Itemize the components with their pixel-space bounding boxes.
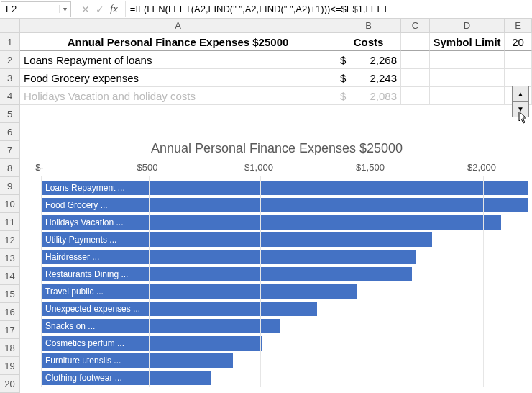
value: 2,268 xyxy=(370,54,397,66)
cell-a4[interactable]: Holidays Vacation and holiday costs xyxy=(20,87,336,105)
row-header[interactable]: 10 xyxy=(0,195,20,213)
col-header-e[interactable]: E xyxy=(505,19,532,32)
chart-bar-row: Food Grocery ... xyxy=(41,196,528,214)
chart-bar[interactable]: Furniture utensils ... xyxy=(41,353,233,368)
cell-d3[interactable] xyxy=(430,69,505,87)
row-header[interactable]: 6 xyxy=(0,123,20,141)
row-header[interactable]: 20 xyxy=(0,375,20,393)
chart-title: Annual Personal Finance Expenses $25000 xyxy=(25,140,528,162)
currency: $ xyxy=(340,90,346,102)
cell-d2[interactable] xyxy=(430,51,505,69)
column-headers: A B C D E xyxy=(0,19,532,33)
cell-b1[interactable]: Costs xyxy=(336,33,401,51)
cell-b2[interactable]: $2,268 xyxy=(336,51,401,69)
chart-bar-row: Travel public ... xyxy=(41,283,528,300)
formula-bar: F2 ▾ ✕ ✓ fx =IF(LEN(LEFT(A2,FIND(" ",A2,… xyxy=(0,0,532,19)
chart-bar[interactable]: Restaurants Dining ... xyxy=(41,267,412,281)
row-2: 2 Loans Repayment of loans $2,268 xyxy=(0,51,532,69)
col-header-c[interactable]: C xyxy=(401,19,430,32)
cell-d4[interactable] xyxy=(430,87,505,105)
chart-bar-row: Loans Repayment ... xyxy=(41,179,528,196)
chart-bar-row: Clothing footwear ... xyxy=(41,369,528,387)
formula-input[interactable]: =IF(LEN(LEFT(A2,FIND(" ",A2,FIND(" ",A2)… xyxy=(125,1,532,17)
cell-c3[interactable] xyxy=(401,69,430,87)
row-header[interactable]: 3 xyxy=(0,69,20,87)
row-header[interactable]: 8 xyxy=(0,159,20,177)
chart-bar[interactable]: Food Grocery ... xyxy=(41,198,528,212)
row-4: 4 Holidays Vacation and holiday costs $2… xyxy=(0,87,532,105)
chart-bar-row: Restaurants Dining ... xyxy=(41,266,528,283)
row-header[interactable]: 18 xyxy=(0,339,20,357)
row-1: 1 Annual Personal Finance Expenses $2500… xyxy=(0,33,532,51)
col-header-a[interactable]: A xyxy=(20,19,336,32)
row-header[interactable]: 12 xyxy=(0,231,20,249)
cell-a2[interactable]: Loans Repayment of loans xyxy=(20,51,336,69)
chart[interactable]: Annual Personal Finance Expenses $25000 … xyxy=(25,140,528,393)
chart-bar[interactable]: Cosmetics perfum ... xyxy=(41,336,262,351)
row-header[interactable]: 13 xyxy=(0,249,20,267)
col-header-b[interactable]: B xyxy=(336,19,401,32)
row-header[interactable]: 1 xyxy=(0,33,20,51)
chart-bar-row: Holidays Vacation ... xyxy=(41,214,528,231)
fx-icon[interactable]: fx xyxy=(110,3,118,15)
cell-c4[interactable] xyxy=(401,87,430,105)
chart-x-axis: $- $500 $1,000 $1,500 $2,000 xyxy=(40,162,528,178)
col-header-d[interactable]: D xyxy=(430,19,505,32)
chart-bar[interactable]: Travel public ... xyxy=(41,284,357,299)
axis-tick: $2,000 xyxy=(467,162,496,173)
cell-b4[interactable]: $2,083 xyxy=(336,87,401,105)
chart-bar[interactable]: Hairdresser ... xyxy=(41,250,416,264)
value: 2,243 xyxy=(370,72,397,84)
cell-c1[interactable] xyxy=(401,33,430,51)
chart-bar-row: Utility Payments ... xyxy=(41,231,528,248)
row-header[interactable]: 17 xyxy=(0,321,20,339)
chart-bar-row: Unexpected expenses ... xyxy=(41,300,528,317)
row-header[interactable]: 9 xyxy=(0,177,20,195)
cell-b3[interactable]: $2,243 xyxy=(336,69,401,87)
axis-tick: $1,500 xyxy=(356,162,385,173)
row-header[interactable]: 15 xyxy=(0,285,20,303)
chart-bar[interactable]: Holidays Vacation ... xyxy=(41,215,501,230)
value: 2,083 xyxy=(370,90,397,102)
row-header[interactable]: 5 xyxy=(0,105,20,123)
cell-d1[interactable]: Symbol Limit xyxy=(430,33,505,51)
row-header[interactable]: 7 xyxy=(0,141,20,159)
select-all-corner[interactable] xyxy=(0,19,20,32)
cell-e2[interactable] xyxy=(505,51,532,69)
cell-c2[interactable] xyxy=(401,51,430,69)
spin-control[interactable]: ▲ ▼ xyxy=(512,86,529,117)
spin-down-icon[interactable]: ▼ xyxy=(513,102,528,117)
spin-up-icon[interactable]: ▲ xyxy=(513,86,528,102)
name-box[interactable]: F2 ▾ xyxy=(1,1,71,17)
formula-controls: ✕ ✓ fx xyxy=(74,3,125,15)
row-header[interactable]: 4 xyxy=(0,87,20,105)
row-header[interactable]: 19 xyxy=(0,357,20,375)
cell-a3[interactable]: Food Grocery expenses xyxy=(20,69,336,87)
currency: $ xyxy=(340,72,346,84)
chart-bar-row: Snacks on ... xyxy=(41,317,528,335)
chart-bar[interactable]: Utility Payments ... xyxy=(41,232,432,247)
name-box-text[interactable]: F2 xyxy=(1,4,59,14)
chart-bar[interactable]: Snacks on ... xyxy=(41,319,280,333)
row-3: 3 Food Grocery expenses $2,243 xyxy=(0,69,532,87)
chart-bar-row: Furniture utensils ... xyxy=(41,352,528,369)
cancel-icon: ✕ xyxy=(81,4,90,15)
currency: $ xyxy=(340,54,346,66)
chart-bar-row: Cosmetics perfum ... xyxy=(41,335,528,352)
chart-bar[interactable]: Loans Repayment ... xyxy=(41,181,528,195)
chart-bar[interactable]: Unexpected expenses ... xyxy=(41,302,317,316)
chart-body: Loans Repayment ...Food Grocery ...Holid… xyxy=(41,179,528,387)
row-header[interactable]: 14 xyxy=(0,267,20,285)
chart-bar[interactable]: Clothing footwear ... xyxy=(41,371,211,385)
row-header[interactable]: 11 xyxy=(0,213,20,231)
cell-e1[interactable]: 20 xyxy=(505,33,532,51)
grid: 1 Annual Personal Finance Expenses $2500… xyxy=(0,33,532,393)
axis-tick: $500 xyxy=(137,162,158,173)
enter-icon: ✓ xyxy=(96,4,104,15)
row-header[interactable]: 2 xyxy=(0,51,20,69)
axis-tick: $1,000 xyxy=(244,162,273,173)
row-header[interactable]: 16 xyxy=(0,303,20,321)
cell-a1[interactable]: Annual Personal Finance Expenses $25000 xyxy=(20,33,336,51)
name-box-dropdown-icon[interactable]: ▾ xyxy=(59,5,70,13)
cell-e3[interactable] xyxy=(505,69,532,87)
